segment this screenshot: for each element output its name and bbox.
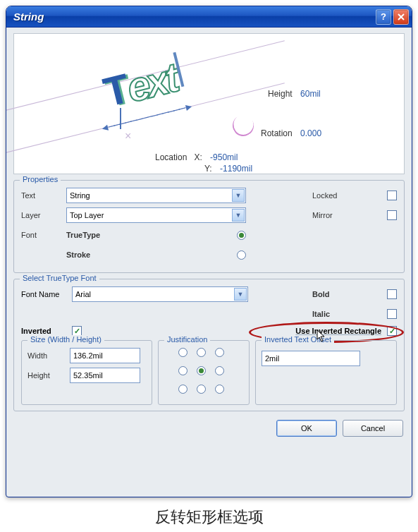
dialog-body: × ◄──────────────► Text Height 60mil Rot… <box>6 28 412 444</box>
mirror-checkbox[interactable] <box>387 210 397 220</box>
size-width-label: Width <box>27 351 70 360</box>
preview-pane: × ◄──────────────► Text Height 60mil Rot… <box>13 33 405 174</box>
truetype-group-label: Select TrueType Font <box>20 274 99 282</box>
preview-height-value: 60mil <box>300 89 321 99</box>
preview-location-y: Y: -1190mil <box>204 164 252 174</box>
size-width-input[interactable] <box>70 348 140 363</box>
chevron-down-icon[interactable]: ▼ <box>232 189 245 202</box>
justify-bc-radio[interactable] <box>197 385 206 394</box>
close-icon <box>398 13 405 20</box>
stroke-radio[interactable] <box>237 250 246 260</box>
stroke-label: Stroke <box>66 250 237 259</box>
chevron-down-icon[interactable]: ▼ <box>232 209 245 222</box>
fontname-label: Font Name <box>21 290 72 298</box>
justify-tl-radio[interactable] <box>178 348 188 357</box>
chevron-down-icon[interactable]: ▼ <box>234 288 247 301</box>
inverted-label: Inverted <box>21 327 72 335</box>
preview-y-value: -1190mil <box>220 164 252 174</box>
mirror-label: Mirror <box>312 211 387 219</box>
justification-label: Justification <box>164 335 210 344</box>
bold-checkbox[interactable] <box>387 289 397 299</box>
justify-mc-radio[interactable] <box>197 366 206 375</box>
inverted-checkbox[interactable]: ✓ <box>72 326 82 336</box>
titlebar[interactable]: String ? <box>6 6 412 28</box>
justify-ml-radio[interactable] <box>178 366 188 375</box>
close-button[interactable] <box>393 9 409 25</box>
use-inverted-rect-label: Use Inverted Rectangle <box>295 327 381 335</box>
justify-tr-radio[interactable] <box>215 348 224 357</box>
text-value: String <box>70 191 90 200</box>
bold-label: Bold <box>312 290 387 298</box>
help-button[interactable]: ? <box>376 9 391 25</box>
justify-tc-radio[interactable] <box>197 348 206 357</box>
fontname-value: Arial <box>75 290 91 298</box>
fontname-combo[interactable]: Arial ▼ <box>72 286 248 302</box>
use-inverted-rect-checkbox[interactable]: ✓ <box>387 326 397 336</box>
ok-button[interactable]: OK <box>276 420 337 437</box>
truetype-label: TrueType <box>66 231 237 239</box>
layer-combo[interactable]: Top Layer ▼ <box>66 207 246 223</box>
text-label: Text <box>21 191 66 200</box>
preview-x-value: -950mil <box>210 152 238 162</box>
truetype-group: Select TrueType Font Font Name Arial ▼ B… <box>13 279 405 411</box>
rotation-arc-icon <box>229 111 258 140</box>
preview-rotation: Rotation 0.000 <box>261 128 321 138</box>
justify-br-radio[interactable] <box>215 385 224 394</box>
cancel-button[interactable]: Cancel <box>343 420 403 437</box>
size-height-label: Height <box>27 371 70 380</box>
justify-bl-radio[interactable] <box>178 385 188 394</box>
italic-checkbox[interactable] <box>387 309 397 319</box>
preview-height: Height 60mil <box>268 89 321 99</box>
layer-value: Top Layer <box>70 211 104 219</box>
button-bar: OK Cancel <box>13 417 405 437</box>
preview-rotation-value: 0.000 <box>300 128 321 138</box>
string-dialog: String ? × ◄──────────────► Text Height … <box>6 6 412 497</box>
layer-label: Layer <box>21 211 66 219</box>
size-group-label: Size (Width / Height) <box>27 335 104 344</box>
justification-group: Justification <box>158 340 250 405</box>
justify-mr-radio[interactable] <box>215 366 224 375</box>
origin-cross-icon: × <box>125 130 131 143</box>
offset-input[interactable] <box>262 351 360 366</box>
preview-location-x: Location X: -950mil <box>155 152 238 162</box>
properties-group: Properties Text String ▼ Locked Layer To… <box>13 180 405 273</box>
locked-label: Locked <box>312 191 387 200</box>
italic-label: Italic <box>312 310 387 318</box>
text-combo[interactable]: String ▼ <box>66 188 246 203</box>
offset-group: Inverted Text Offset <box>255 340 397 405</box>
size-height-input[interactable] <box>70 368 140 383</box>
locked-checkbox[interactable] <box>387 191 397 200</box>
size-group: Size (Width / Height) Width Height <box>21 340 152 405</box>
truetype-radio[interactable] <box>237 231 246 240</box>
figure-caption: 反转矩形框选项 <box>0 507 418 528</box>
font-label: Font <box>21 231 66 239</box>
properties-label: Properties <box>20 175 61 183</box>
offset-group-label: Inverted Text Offset <box>262 335 334 344</box>
window-title: String <box>13 11 374 23</box>
